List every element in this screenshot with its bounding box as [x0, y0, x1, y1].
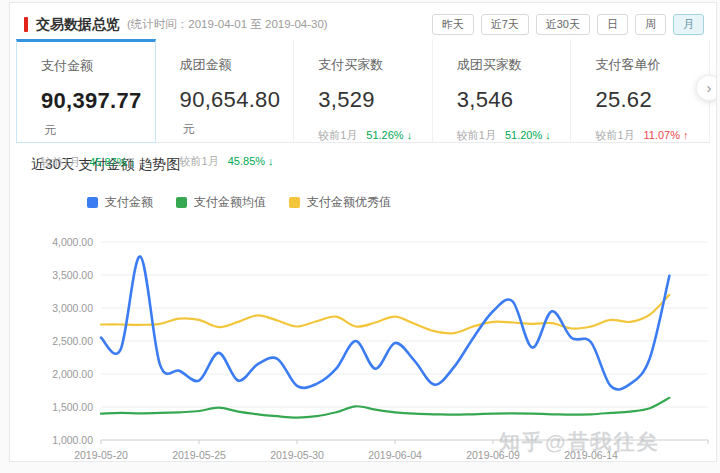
legend-item-0[interactable]: 支付金额	[87, 194, 153, 211]
legend-item-2[interactable]: 支付金额优秀值	[289, 194, 391, 211]
chart-legend: 支付金额支付金额均值支付金额优秀值	[87, 194, 716, 211]
y-axis-tick-label: 2,500.00	[52, 335, 93, 347]
series-line-2	[101, 295, 669, 334]
metric-compare-row: 较前1月11.07%↑	[595, 128, 709, 143]
range-button-last7days[interactable]: 近7天	[481, 14, 529, 35]
metric-tab-group-buyers[interactable]: 成团买家数3,546较前1月51.20%↓	[433, 39, 572, 142]
x-axis-tick-label: 2019-05-25	[172, 449, 226, 461]
metric-value: 90,654.80	[180, 87, 281, 112]
metric-compare-row: 较前1月45.87%↓	[41, 155, 155, 170]
metric-label: 成团金额	[180, 56, 294, 74]
metric-label: 支付买家数	[318, 56, 432, 74]
legend-marker-icon	[176, 197, 187, 208]
metric-tab-pay-buyers[interactable]: 支付买家数3,529较前1月51.26%↓	[294, 39, 433, 142]
metric-value-row: 90,397.77元	[41, 88, 155, 140]
metric-label: 支付金额	[41, 57, 155, 75]
range-button-last30days[interactable]: 近30天	[536, 14, 590, 35]
metric-tab-group-amount[interactable]: 成团金额90,654.80元较前1月45.85%↓	[156, 39, 295, 142]
change-percent: 45.85%	[228, 155, 265, 167]
range-button-yesterday[interactable]: 昨天	[432, 14, 474, 35]
chevron-right-icon: ›	[707, 79, 712, 96]
change-percent: 45.87%	[89, 156, 126, 168]
panel-header: 交易数据总览 (统计时间：2019-04-01 至 2019-04-30) 昨天…	[10, 3, 716, 35]
metric-tab-row: 支付金额90,397.77元较前1月45.87%↓成团金额90,654.80元较…	[16, 39, 710, 143]
y-axis-tick-label: 3,500.00	[52, 269, 93, 281]
change-percent: 51.26%	[366, 129, 403, 141]
date-range-button-group: 昨天近7天近30天日周月	[432, 14, 704, 35]
legend-marker-icon	[289, 197, 300, 208]
metric-value: 3,546	[457, 87, 514, 112]
metric-label: 成团买家数	[457, 56, 571, 74]
change-percent: 11.07%	[644, 129, 681, 141]
x-axis-tick-label: 2019-06-14	[564, 449, 618, 461]
y-axis-tick-label: 1,500.00	[52, 401, 93, 413]
arrow-up-icon: ↑	[683, 129, 689, 141]
legend-marker-icon	[87, 197, 98, 208]
legend-item-1[interactable]: 支付金额均值	[176, 194, 266, 211]
compare-label: 较前1月	[595, 129, 634, 141]
arrow-down-icon: ↓	[129, 156, 135, 168]
compare-label: 较前1月	[180, 155, 219, 167]
series-line-1	[101, 398, 669, 418]
compare-label: 较前1月	[41, 156, 80, 168]
metric-value-row: 3,546	[457, 87, 571, 113]
metric-label: 支付客单价	[595, 56, 709, 74]
x-axis-tick-label: 2019-05-30	[270, 449, 324, 461]
x-axis-tick-label: 2019-06-04	[368, 449, 422, 461]
legend-label: 支付金额均值	[194, 194, 266, 211]
metric-unit: 元	[44, 123, 56, 137]
x-axis-tick-label: 2019-06-09	[466, 449, 520, 461]
range-button-month[interactable]: 月	[673, 14, 704, 35]
metric-value: 90,397.77	[41, 88, 142, 113]
panel-title: 交易数据总览	[36, 16, 120, 34]
metric-value: 25.62	[595, 87, 652, 112]
arrow-down-icon: ↓	[268, 155, 274, 167]
metric-compare-row: 较前1月51.26%↓	[318, 128, 432, 143]
y-axis-tick-label: 1,000.00	[52, 434, 93, 446]
arrow-down-icon: ↓	[545, 129, 551, 141]
metric-tab-pay-per-customer[interactable]: 支付客单价25.62较前1月11.07%↑	[571, 39, 710, 142]
legend-label: 支付金额	[105, 194, 153, 211]
metric-compare-row: 较前1月51.20%↓	[457, 128, 571, 143]
arrow-down-icon: ↓	[407, 129, 413, 141]
legend-label: 支付金额优秀值	[307, 194, 391, 211]
compare-label: 较前1月	[318, 129, 357, 141]
transaction-overview-panel: 交易数据总览 (统计时间：2019-04-01 至 2019-04-30) 昨天…	[9, 2, 717, 462]
metric-compare-row: 较前1月45.85%↓	[180, 154, 294, 169]
metric-unit: 元	[183, 122, 195, 136]
carousel-next-button[interactable]: ›	[696, 75, 717, 101]
series-line-0	[101, 256, 669, 389]
metric-value-row: 90,654.80元	[180, 87, 294, 139]
metric-value-row: 3,529	[318, 87, 432, 113]
metric-value-row: 25.62	[595, 87, 709, 113]
compare-label: 较前1月	[457, 129, 496, 141]
change-percent: 51.20%	[505, 129, 542, 141]
title-accent-bar	[24, 17, 28, 32]
metric-value: 3,529	[318, 87, 375, 112]
trend-line-chart[interactable]: 4,000.003,500.003,000.002,500.002,000.00…	[10, 228, 714, 462]
metric-tab-pay-amount[interactable]: 支付金额90,397.77元较前1月45.87%↓	[16, 39, 156, 143]
x-axis-tick-label: 2019-05-20	[74, 449, 128, 461]
y-axis-tick-label: 2,000.00	[52, 368, 93, 380]
range-button-week[interactable]: 周	[635, 14, 666, 35]
stat-period-subtitle: (统计时间：2019-04-01 至 2019-04-30)	[127, 17, 328, 32]
y-axis-tick-label: 4,000.00	[52, 236, 93, 248]
y-axis-tick-label: 3,000.00	[52, 302, 93, 314]
range-button-day[interactable]: 日	[597, 14, 628, 35]
